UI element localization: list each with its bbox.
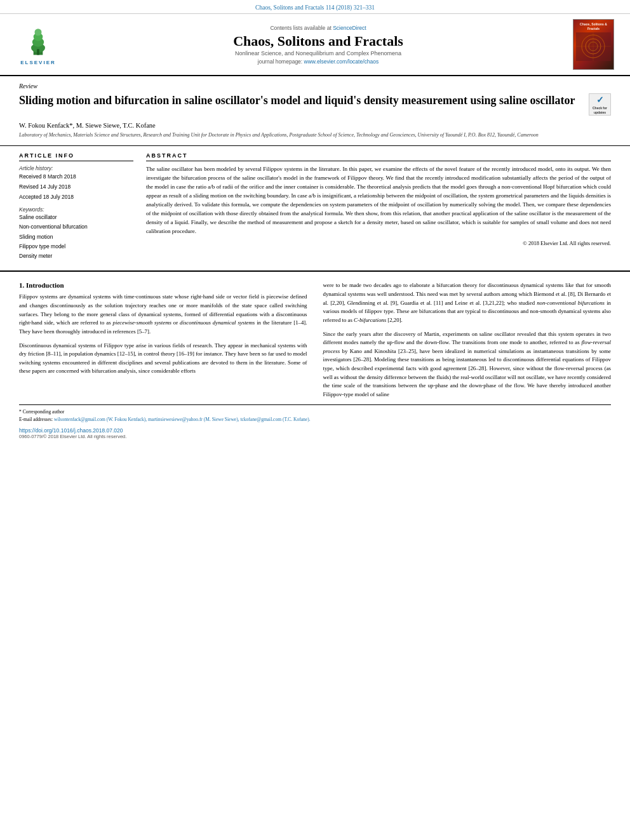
main-header: ELSEVIER Contents lists available at Sci… xyxy=(0,14,630,76)
body-section: 1. Introduction Filippov systems are dyn… xyxy=(0,270,630,404)
body-left-col: 1. Introduction Filippov systems are dyn… xyxy=(19,281,307,404)
received-date: Received 8 March 2018 xyxy=(19,173,133,180)
body-right-col: were to be made two decades ago to elabo… xyxy=(323,281,612,404)
keyword-5: Density meter xyxy=(19,251,133,261)
keyword-2: Non-conventional bifurcation xyxy=(19,222,133,232)
accepted-date: Accepted 18 July 2018 xyxy=(19,194,133,200)
doi-section: https://doi.org/10.1016/j.chaos.2018.07.… xyxy=(0,423,630,443)
journal-homepage: journal homepage: www.elsevier.com/locat… xyxy=(64,58,573,65)
issn-line: 0960-0779/© 2018 Elsevier Ltd. All right… xyxy=(19,434,611,439)
article-title-container: Sliding motion and bifurcation in saline… xyxy=(19,93,611,116)
contents-available: Contents lists available at ScienceDirec… xyxy=(64,25,573,31)
authors: W. Fokou Kenfack*, M. Siewe Siewe, T.C. … xyxy=(19,122,611,129)
doi-link[interactable]: https://doi.org/10.1016/j.chaos.2018.07.… xyxy=(19,427,123,434)
citation-bar: Chaos, Solitons and Fractals 114 (2018) … xyxy=(0,0,630,14)
keyword-1: Saline oscillator xyxy=(19,213,133,222)
affiliation: Laboratory of Mechanics, Materials Scien… xyxy=(19,131,611,139)
svg-point-4 xyxy=(35,29,42,36)
keyword-3: Sliding motion xyxy=(19,232,133,242)
svg-rect-5 xyxy=(37,49,39,55)
intro-right-p2: Since the early years after the discover… xyxy=(323,330,612,399)
intro-right-p1: were to be made two decades ago to elabo… xyxy=(323,281,612,324)
journal-cover: Chaos, Solitons & Fractals xyxy=(573,19,617,70)
intro-section-title: 1. Introduction xyxy=(19,281,307,289)
abstract-header: ABSTRACT xyxy=(146,152,611,161)
page: Chaos, Solitons and Fractals 114 (2018) … xyxy=(0,0,630,840)
keyword-4: Filippov type model xyxy=(19,242,133,251)
article-info-col: ARTICLE INFO Article history: Received 8… xyxy=(19,152,133,261)
journal-subtitle: Nonlinear Science, and Nonequilibrium an… xyxy=(64,50,573,57)
body-two-col: 1. Introduction Filippov systems are dyn… xyxy=(19,281,611,404)
elsevier-logo: ELSEVIER xyxy=(13,23,64,65)
revised-date: Revised 14 July 2018 xyxy=(19,183,133,190)
journal-title: Chaos, Solitons and Fractals xyxy=(64,33,573,50)
svg-rect-6 xyxy=(576,32,611,61)
intro-left-p2: Discontinuous dynamical systems of Filip… xyxy=(19,342,307,377)
article-info-header: ARTICLE INFO xyxy=(19,152,133,161)
keywords-label: Keywords: xyxy=(19,206,133,213)
keywords-list: Saline oscillator Non-conventional bifur… xyxy=(19,213,133,261)
abstract-col: ABSTRACT The saline oscillator has been … xyxy=(146,152,611,261)
cover-image: Chaos, Solitons & Fractals xyxy=(573,19,614,70)
copyright-line: © 2018 Elsevier Ltd. All rights reserved… xyxy=(146,240,611,246)
email-addresses: E-mail addresses: wilsontenfack@gmail.co… xyxy=(19,416,611,423)
history-label: Article history: xyxy=(19,165,133,171)
elsevier-tree-icon xyxy=(19,23,57,58)
sciencedirect-link[interactable]: ScienceDirect xyxy=(333,25,366,31)
intro-left-p1: Filippov systems are dynamical systems w… xyxy=(19,293,307,336)
corresponding-author: * Corresponding author xyxy=(19,408,611,416)
elsevier-text: ELSEVIER xyxy=(20,60,56,65)
crossmark-badge: ✓ Check for updates xyxy=(589,93,611,116)
citation-link[interactable]: Chaos, Solitons and Fractals 114 (2018) … xyxy=(255,4,375,11)
homepage-link[interactable]: www.elsevier.com/locate/chaos xyxy=(304,58,379,65)
article-title-text: Sliding motion and bifurcation in saline… xyxy=(19,93,582,108)
cover-title-text: Chaos, Solitons & Fractals xyxy=(575,22,612,30)
crossmark-check-icon: ✓ xyxy=(596,95,604,106)
email-link[interactable]: wilsontenfack@gmail.com (W. Fokou Kenfac… xyxy=(54,417,311,422)
footnote-section: * Corresponding author E-mail addresses:… xyxy=(19,404,611,423)
article-section: Review Sliding motion and bifurcation in… xyxy=(0,76,630,139)
crossmark-label: Check for updates xyxy=(589,106,610,114)
article-info-abstract: ARTICLE INFO Article history: Received 8… xyxy=(0,145,630,261)
cover-fractal-icon xyxy=(576,32,611,61)
header-center: Contents lists available at ScienceDirec… xyxy=(64,25,573,65)
abstract-text: The saline oscillator has been modeled b… xyxy=(146,165,611,236)
article-type-label: Review xyxy=(19,83,611,90)
